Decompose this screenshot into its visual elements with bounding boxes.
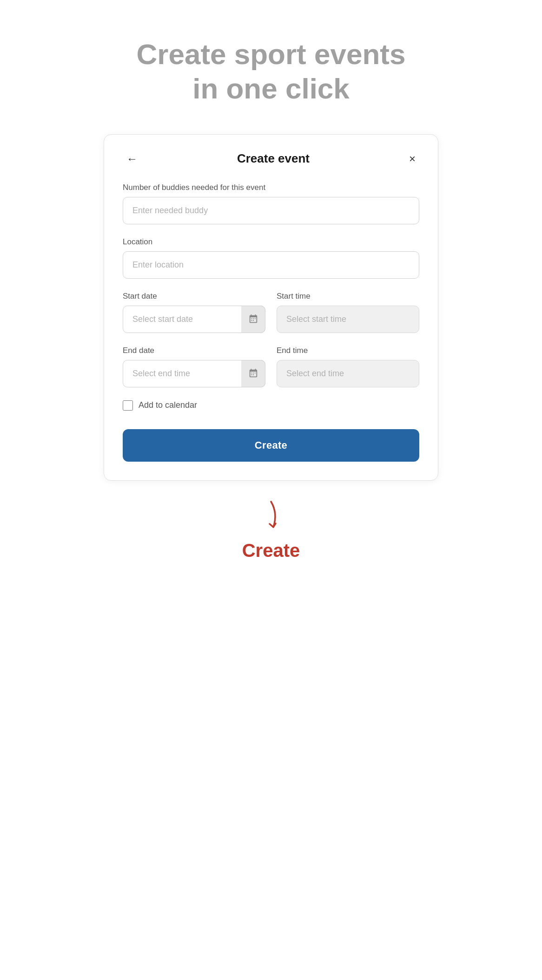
buddies-input[interactable] bbox=[123, 197, 419, 224]
end-time-input[interactable] bbox=[277, 360, 419, 387]
start-date-input-wrapper bbox=[123, 306, 265, 333]
back-button[interactable]: ← bbox=[123, 151, 141, 166]
card-title: Create event bbox=[237, 151, 310, 166]
add-to-calendar-checkbox[interactable] bbox=[123, 400, 133, 411]
calendar-icon bbox=[248, 314, 258, 324]
create-button[interactable]: Create bbox=[123, 429, 419, 462]
hero-title: Create sport events in one click bbox=[132, 37, 410, 106]
start-time-label: Start time bbox=[277, 292, 419, 301]
end-date-label: End date bbox=[123, 346, 265, 355]
create-event-card: ← Create event × Number of buddies neede… bbox=[104, 134, 438, 481]
buddies-label: Number of buddies needed for this event bbox=[123, 183, 419, 192]
start-row: Start date Start time bbox=[123, 292, 419, 333]
annotation-label: Create bbox=[242, 540, 300, 561]
start-time-group: Start time bbox=[277, 292, 419, 333]
start-date-group: Start date bbox=[123, 292, 265, 333]
calendar-icon bbox=[248, 368, 258, 379]
annotation-arrow bbox=[257, 499, 285, 536]
end-date-calendar-button[interactable] bbox=[241, 360, 265, 387]
location-label: Location bbox=[123, 237, 419, 247]
calendar-checkbox-row: Add to calendar bbox=[123, 400, 419, 411]
end-date-input-wrapper bbox=[123, 360, 265, 387]
annotation: Create bbox=[242, 499, 300, 561]
start-date-calendar-button[interactable] bbox=[241, 306, 265, 333]
location-group: Location bbox=[123, 237, 419, 279]
end-time-label: End time bbox=[277, 346, 419, 355]
start-time-input[interactable] bbox=[277, 306, 419, 333]
buddies-group: Number of buddies needed for this event bbox=[123, 183, 419, 224]
location-input[interactable] bbox=[123, 251, 419, 279]
add-to-calendar-label: Add to calendar bbox=[139, 400, 197, 410]
card-header: ← Create event × bbox=[123, 151, 419, 166]
close-button[interactable]: × bbox=[405, 151, 419, 166]
end-row: End date End time bbox=[123, 346, 419, 387]
start-date-label: Start date bbox=[123, 292, 265, 301]
end-date-group: End date bbox=[123, 346, 265, 387]
end-time-group: End time bbox=[277, 346, 419, 387]
